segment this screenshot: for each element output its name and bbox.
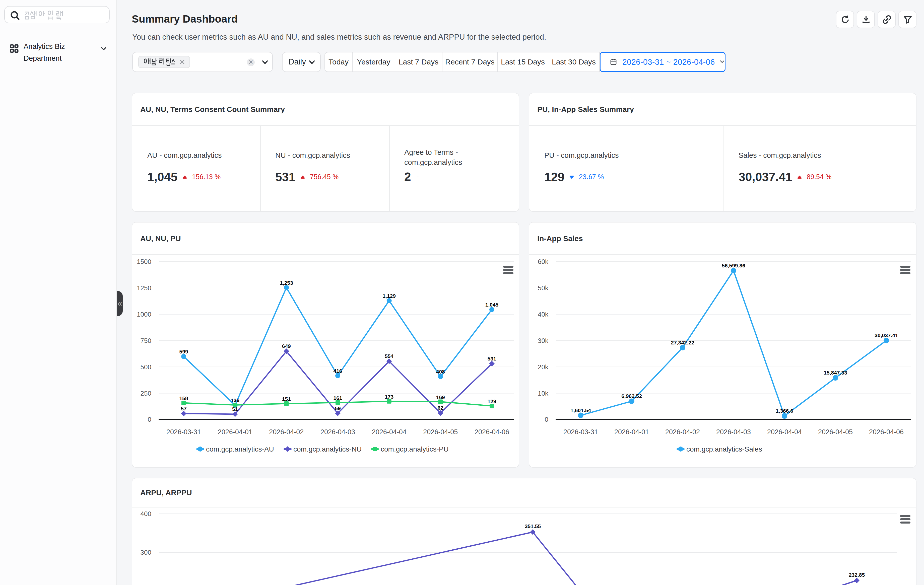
svg-text:232.85: 232.85: [849, 572, 865, 578]
svg-text:56,599.86: 56,599.86: [722, 263, 745, 269]
svg-text:0: 0: [148, 416, 151, 423]
svg-text:1,129: 1,129: [383, 293, 396, 299]
svg-text:60k: 60k: [538, 258, 549, 265]
svg-text:129: 129: [487, 398, 496, 404]
svg-text:2026-03-31: 2026-03-31: [563, 428, 598, 436]
svg-text:0: 0: [545, 416, 548, 423]
svg-text:158: 158: [179, 395, 188, 401]
svg-text:599: 599: [179, 349, 188, 354]
svg-text:62: 62: [438, 405, 444, 411]
svg-text:2026-04-06: 2026-04-06: [869, 428, 904, 436]
svg-text:50k: 50k: [538, 284, 549, 292]
svg-text:15,847.33: 15,847.33: [823, 370, 847, 376]
svg-text:40k: 40k: [538, 311, 549, 318]
svg-text:2026-04-04: 2026-04-04: [372, 428, 406, 436]
svg-text:408: 408: [436, 369, 445, 374]
svg-text:2026-04-01: 2026-04-01: [614, 428, 649, 436]
svg-text:2026-04-06: 2026-04-06: [475, 428, 509, 436]
svg-text:250: 250: [140, 390, 151, 397]
svg-text:151: 151: [282, 396, 291, 402]
svg-text:57: 57: [181, 405, 186, 411]
svg-text:2026-04-03: 2026-04-03: [716, 428, 751, 436]
svg-text:2026-04-02: 2026-04-02: [665, 428, 700, 436]
svg-text:30,037.41: 30,037.41: [874, 332, 898, 338]
svg-text:com.gcp.analytics-Sales: com.gcp.analytics-Sales: [686, 445, 762, 453]
svg-text:com.gcp.analytics-PU: com.gcp.analytics-PU: [381, 445, 449, 453]
svg-text:10k: 10k: [538, 390, 549, 397]
svg-text:136: 136: [231, 397, 239, 403]
svg-text:1,366.6: 1,366.6: [776, 408, 793, 414]
svg-text:2026-04-05: 2026-04-05: [423, 428, 458, 436]
svg-text:com.gcp.analytics-NU: com.gcp.analytics-NU: [294, 445, 361, 453]
svg-text:30k: 30k: [538, 337, 549, 344]
svg-text:com.gcp.analytics-AU: com.gcp.analytics-AU: [206, 445, 274, 453]
svg-text:20k: 20k: [538, 363, 549, 371]
svg-text:554: 554: [385, 353, 393, 359]
svg-text:300: 300: [140, 549, 151, 556]
svg-text:2026-04-01: 2026-04-01: [218, 428, 252, 436]
svg-text:6,962.52: 6,962.52: [621, 393, 642, 399]
svg-text:1250: 1250: [137, 284, 151, 292]
svg-text:400: 400: [140, 510, 151, 517]
svg-text:1500: 1500: [137, 258, 151, 265]
svg-text:416: 416: [333, 368, 342, 374]
svg-text:1,045: 1,045: [485, 302, 498, 308]
svg-text:169: 169: [436, 394, 445, 400]
svg-text:1,253: 1,253: [280, 280, 293, 286]
svg-text:2026-04-05: 2026-04-05: [818, 428, 853, 436]
svg-text:649: 649: [282, 343, 291, 349]
svg-text:27,342.22: 27,342.22: [671, 339, 694, 345]
svg-text:59: 59: [335, 405, 340, 411]
svg-text:2026-03-31: 2026-03-31: [167, 428, 201, 436]
svg-text:1000: 1000: [137, 311, 151, 318]
svg-text:2026-04-03: 2026-04-03: [320, 428, 355, 436]
svg-text:2026-04-02: 2026-04-02: [269, 428, 304, 436]
svg-text:750: 750: [140, 337, 151, 344]
svg-text:173: 173: [385, 394, 393, 400]
svg-text:1,601.54: 1,601.54: [571, 407, 591, 413]
svg-text:2026-04-04: 2026-04-04: [767, 428, 802, 436]
svg-text:161: 161: [333, 395, 342, 401]
svg-text:351.55: 351.55: [525, 523, 541, 529]
svg-text:500: 500: [140, 363, 151, 371]
svg-text:531: 531: [487, 356, 496, 361]
